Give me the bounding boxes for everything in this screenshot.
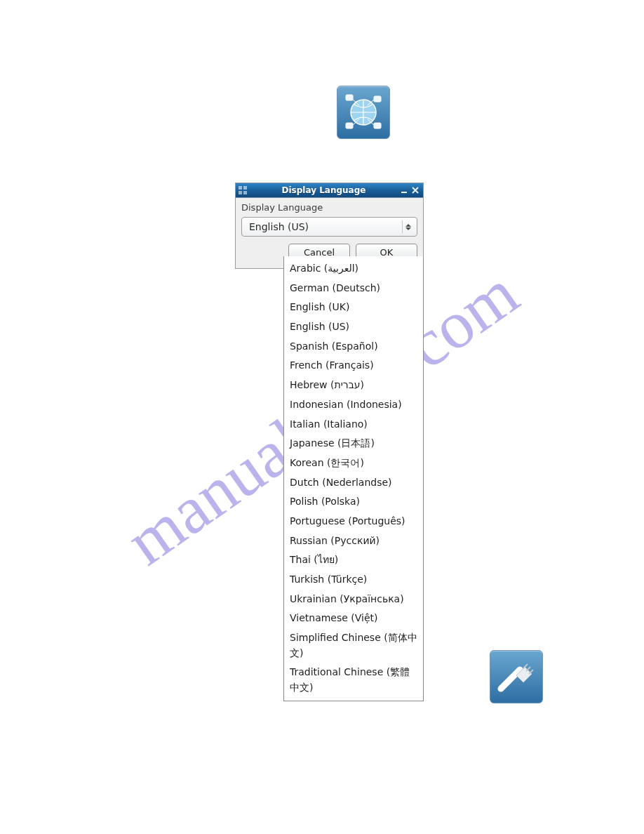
svg-rect-2 bbox=[374, 96, 381, 102]
language-option[interactable]: Vietnamese (Việt) bbox=[284, 609, 423, 628]
combobox-value: English (US) bbox=[249, 221, 402, 232]
language-option[interactable]: Thai (ไทย) bbox=[284, 550, 423, 570]
language-option[interactable]: Traditional Chinese (繁體中文) bbox=[284, 663, 423, 697]
globe-network-icon bbox=[337, 86, 390, 139]
language-option[interactable]: Spanish (Español) bbox=[284, 337, 423, 357]
language-option[interactable]: Italian (Italiano) bbox=[284, 415, 423, 435]
language-option[interactable]: Indonesian (Indonesia) bbox=[284, 395, 423, 415]
svg-rect-4 bbox=[374, 123, 381, 128]
titlebar-grip-icon bbox=[239, 186, 247, 194]
language-option[interactable]: Polish (Polska) bbox=[284, 492, 423, 512]
network-cable-icon bbox=[490, 650, 543, 703]
language-option[interactable]: French (Français) bbox=[284, 356, 423, 376]
language-dropdown: Arabic (العربية)German (Deutsch)English … bbox=[283, 256, 424, 701]
language-option[interactable]: English (UK) bbox=[284, 298, 423, 317]
svg-rect-1 bbox=[346, 95, 353, 100]
language-option[interactable]: Hebrew (עברית) bbox=[284, 376, 423, 395]
language-option[interactable]: Korean (한국어) bbox=[284, 454, 423, 473]
dialog-title: Display Language bbox=[250, 185, 398, 195]
language-option[interactable]: Portuguese (Português) bbox=[284, 512, 423, 531]
language-option[interactable]: Ukrainian (Українська) bbox=[284, 590, 423, 609]
language-option[interactable]: German (Deutsch) bbox=[284, 279, 423, 298]
minimize-button[interactable] bbox=[399, 185, 409, 195]
close-button[interactable] bbox=[410, 185, 420, 195]
language-option[interactable]: Dutch (Nederlandse) bbox=[284, 473, 423, 493]
language-combobox[interactable]: English (US) bbox=[241, 217, 417, 237]
language-option[interactable]: Simplified Chinese (简体中文) bbox=[284, 628, 423, 663]
svg-rect-3 bbox=[346, 123, 353, 128]
language-option[interactable]: Russian (Русский) bbox=[284, 531, 423, 551]
language-option[interactable]: Turkish (Türkçe) bbox=[284, 570, 423, 590]
language-option[interactable]: Arabic (العربية) bbox=[284, 259, 423, 279]
language-option[interactable]: Japanese (日本語) bbox=[284, 434, 423, 454]
combobox-spinner-icon[interactable] bbox=[402, 220, 414, 233]
field-label: Display Language bbox=[241, 201, 417, 217]
language-option[interactable]: English (US) bbox=[284, 317, 423, 337]
dialog-titlebar[interactable]: Display Language bbox=[236, 183, 423, 198]
